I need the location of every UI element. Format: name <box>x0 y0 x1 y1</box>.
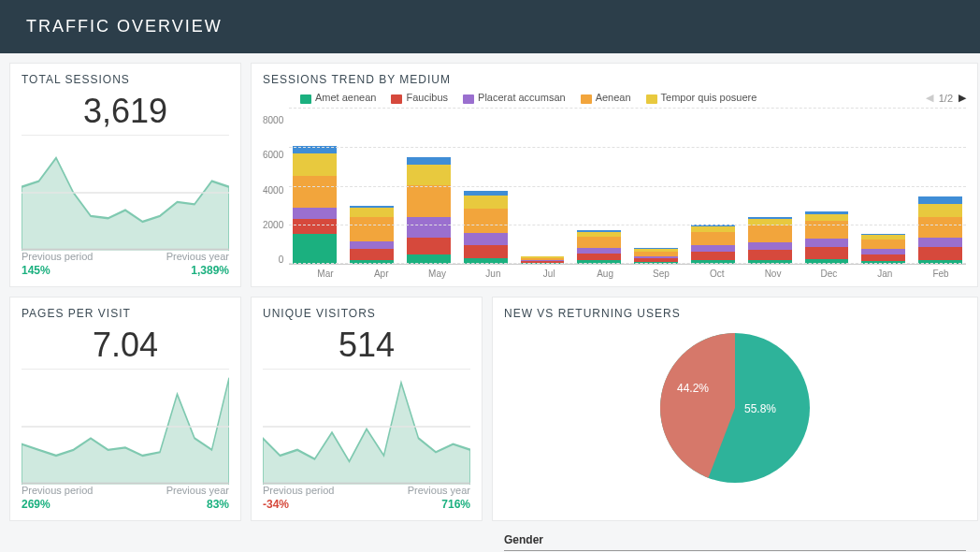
bar-segment <box>293 208 337 219</box>
legend-item: Placerat accumsan <box>463 92 566 103</box>
x-tick: Jul <box>527 269 570 279</box>
bar-segment <box>293 176 337 208</box>
y-axis: 8000 6000 4000 2000 0 <box>263 115 289 265</box>
prev-year-pct: 1,389% <box>166 264 229 277</box>
swatch-icon <box>391 94 402 104</box>
legend-header: Gender <box>504 533 966 551</box>
bar-segment <box>918 260 962 264</box>
x-tick: Jan <box>863 269 906 279</box>
kpi-value: 514 <box>263 326 470 365</box>
swatch-icon <box>463 94 474 104</box>
pager-text: 1/2 <box>939 93 953 104</box>
pie-slice-a-label: 55.8% <box>744 402 776 415</box>
prev-year-label: Previous year <box>408 485 470 496</box>
x-tick: May <box>416 269 459 279</box>
trend-chart: 8000 6000 4000 2000 0 <box>263 108 966 265</box>
bar-segment <box>577 254 621 260</box>
bar-segment <box>805 221 849 239</box>
trend-legend: Amet aenean Faucibus Placerat accumsan A… <box>300 92 966 104</box>
bar-segment <box>521 263 565 264</box>
kpi-value: 3,619 <box>22 92 229 131</box>
bar-segment <box>861 254 905 261</box>
card-title: TOTAL SESSIONS <box>22 73 229 86</box>
bar-column <box>521 256 565 264</box>
bar-segment <box>918 204 962 217</box>
bar-column <box>577 230 621 264</box>
card-title: UNIQUE VISITORS <box>263 307 470 320</box>
bar-segment <box>691 245 735 252</box>
bar-segment <box>691 260 735 264</box>
legend-item: Faucibus <box>391 92 448 103</box>
bars-area <box>289 108 966 265</box>
bar-segment <box>350 241 394 249</box>
bar-segment <box>521 261 565 263</box>
bar-segment <box>577 237 621 248</box>
bar-segment <box>748 250 792 260</box>
bar-segment <box>918 238 962 247</box>
legend-item: Amet aenean <box>300 92 376 103</box>
card-total-sessions: TOTAL SESSIONS 3,619 Previous period 145… <box>9 63 241 287</box>
bar-segment <box>407 254 451 264</box>
prev-period-label: Previous period <box>22 485 93 496</box>
page-header: TRAFFIC OVERVIEW <box>0 0 980 53</box>
kpi-stats: Previous period 145% Previous year 1,389… <box>22 251 229 277</box>
card-sessions-trend: SESSIONS TREND BY MEDIUM Amet aenean Fau… <box>251 63 978 287</box>
x-tick: Aug <box>584 269 627 279</box>
bar-segment <box>805 247 849 259</box>
pie-chart: 55.8% 44.2% <box>651 324 819 492</box>
bar-segment <box>407 157 451 165</box>
bar-segment <box>918 196 962 204</box>
bar-segment <box>918 247 962 260</box>
pie-area: 55.8% 44.2% <box>504 324 966 492</box>
bar-column <box>464 191 508 264</box>
bar-segment <box>861 240 905 249</box>
x-axis: MarAprMayJunJulAugSepOctNovDecJanFeb <box>300 265 966 279</box>
bar-segment <box>805 259 849 264</box>
bar-column <box>691 225 735 264</box>
x-tick: Feb <box>919 269 962 279</box>
prev-year-pct: 716% <box>408 498 470 511</box>
card-title: PAGES PER VISIT <box>22 307 229 320</box>
bar-segment <box>350 208 394 217</box>
pie-svg <box>651 324 819 492</box>
bar-segment <box>350 217 394 241</box>
bar-column <box>634 248 678 264</box>
x-tick: Dec <box>807 269 850 279</box>
pager-prev-icon[interactable]: ◀ <box>926 92 933 104</box>
bar-segment <box>861 261 905 264</box>
prev-period-label: Previous period <box>22 251 93 262</box>
bar-segment <box>634 262 678 264</box>
bar-column <box>861 234 905 264</box>
prev-period-pct: 145% <box>22 264 93 277</box>
x-tick: Nov <box>752 269 795 279</box>
bar-segment <box>407 185 451 217</box>
bar-segment <box>748 260 792 264</box>
bar-column <box>407 157 451 264</box>
prev-period-label: Previous period <box>263 485 334 496</box>
card-title: SESSIONS TREND BY MEDIUM <box>263 73 966 86</box>
page-title: TRAFFIC OVERVIEW <box>26 17 223 36</box>
bar-segment <box>407 217 451 238</box>
bar-segment <box>691 252 735 260</box>
bar-segment <box>464 258 508 264</box>
legend-pager: ◀ 1/2 ▶ <box>926 92 966 104</box>
card-unique-visitors: UNIQUE VISITORS 514 Previous period -34%… <box>251 297 483 521</box>
prev-year-label: Previous year <box>166 485 229 496</box>
x-tick: Oct <box>696 269 739 279</box>
dashboard-grid: TOTAL SESSIONS 3,619 Previous period 145… <box>0 53 980 530</box>
pager-next-icon[interactable]: ▶ <box>958 92 966 104</box>
bar-segment <box>918 217 962 238</box>
x-tick: Jun <box>471 269 514 279</box>
bar-segment <box>293 234 337 264</box>
bar-segment <box>691 232 735 245</box>
bar-segment <box>407 238 451 254</box>
bar-segment <box>464 245 508 258</box>
bar-segment <box>464 196 508 209</box>
sparkline <box>22 369 229 485</box>
bar-segment <box>748 225 792 242</box>
bar-column <box>293 146 337 264</box>
bar-segment <box>464 209 508 233</box>
bar-segment <box>805 239 849 247</box>
bar-segment <box>464 233 508 245</box>
card-title: NEW VS RETURNING USERS <box>504 307 681 320</box>
